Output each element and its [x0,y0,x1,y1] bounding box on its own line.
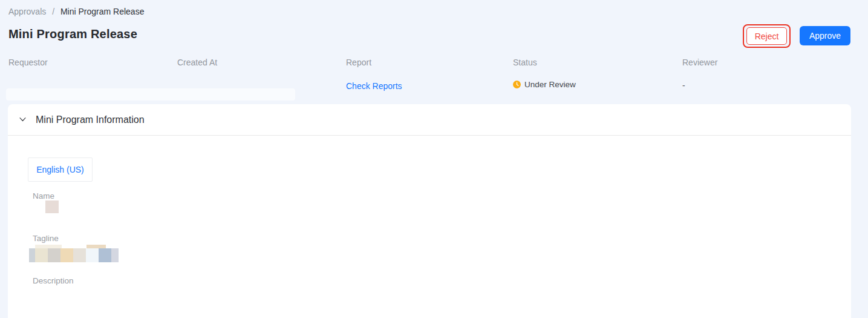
annotation-highlight: Reject [743,24,791,48]
report-label: Report [346,58,371,67]
page-title: Mini Program Release [8,27,137,41]
tagline-label: Tagline [33,234,59,243]
breadcrumb-approvals[interactable]: Approvals [8,7,46,16]
created-at-label: Created At [177,58,217,67]
status-text: Under Review [524,80,576,89]
reviewer-label: Reviewer [682,58,717,67]
approve-button[interactable]: Approve [800,26,850,45]
section-title: Mini Program Information [36,114,145,125]
redacted-meta-values [6,88,295,101]
name-label: Name [33,191,54,200]
clock-icon [513,81,521,88]
breadcrumb: Approvals / Mini Program Release [8,7,144,16]
tab-english-us[interactable]: English (US) [28,157,93,182]
chevron-down-icon [19,116,27,124]
requestor-label: Requestor [8,58,48,67]
reject-button[interactable]: Reject [746,27,787,45]
status-label: Status [513,58,537,67]
section-header-mini-program-information[interactable]: Mini Program Information [8,104,851,136]
reviewer-value: - [682,81,685,90]
breadcrumb-current: Mini Program Release [60,7,145,16]
check-reports-link[interactable]: Check Reports [346,81,402,91]
mini-program-info-card: Mini Program Information English (US) Na… [8,104,851,318]
approval-detail-page: Approvals / Mini Program Release Mini Pr… [0,0,868,318]
status-badge: Under Review [513,80,576,89]
tagline-redacted-value [29,245,119,262]
name-redacted-value [45,200,59,213]
breadcrumb-separator: / [52,7,54,16]
description-label: Description [33,276,74,285]
